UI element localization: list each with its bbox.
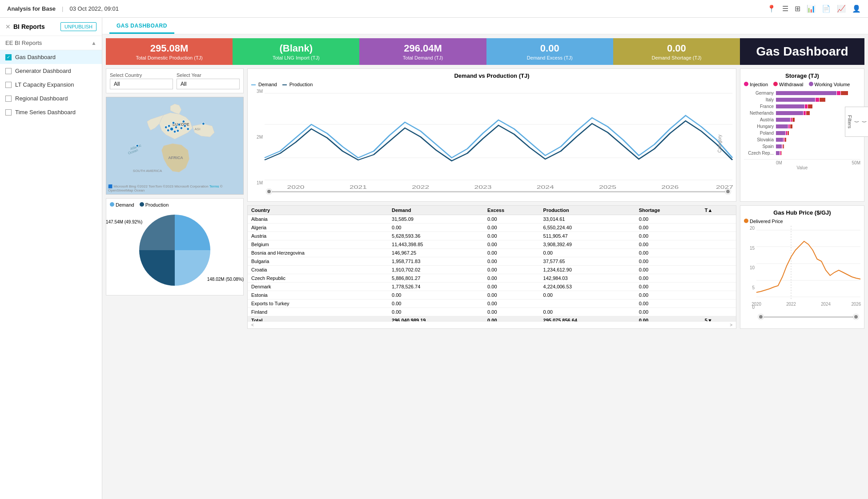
cell-production: 3,908,392.49 — [540, 240, 635, 249]
col-production[interactable]: Production — [540, 206, 635, 215]
kpi-demand-shortage: 0.00 Demand Shortage (TJ) — [613, 38, 740, 65]
col-excess[interactable]: Excess — [484, 206, 539, 215]
storage-bar-row: Germany — [746, 91, 860, 96]
regional-dashboard-checkbox[interactable] — [5, 96, 12, 102]
cell-demand: 146,967.25 — [388, 249, 484, 257]
cell-shortage: 0.00 — [635, 266, 701, 274]
sidebar-item-lt-capacity[interactable]: LT Capacity Expansion — [0, 78, 102, 92]
filters-side-panel[interactable]: ⟩ ⟩ Filters — [845, 107, 868, 137]
chart-icon[interactable]: 📊 — [807, 4, 816, 13]
hub-slider-track[interactable] — [764, 316, 853, 318]
map-container: Atlantic Ocean EUROPE ASI AFRICA SOUTH A… — [106, 97, 244, 195]
svg-text:2024: 2024 — [821, 302, 831, 307]
bar-country-label: Czech Rep... — [746, 151, 776, 156]
category-text: Category — [717, 135, 722, 153]
sidebar-item-generator-dashboard[interactable]: Generator Dashboard — [0, 64, 102, 78]
cell-demand: 0.00 — [388, 308, 484, 316]
cell-t — [701, 299, 736, 308]
y-axis: 3M 2M 1M — [251, 89, 265, 194]
location-icon[interactable]: 📍 — [767, 4, 776, 13]
bar-withdrawal — [808, 104, 812, 108]
kpi-shortage-value: 0.00 — [619, 43, 734, 54]
col-t[interactable]: T▲ — [701, 206, 736, 215]
bar-injection — [804, 111, 806, 115]
section-label: EE BI Reports — [5, 40, 42, 46]
slider-handle-left[interactable] — [266, 189, 272, 194]
bar-working — [776, 104, 804, 108]
list-icon[interactable]: ☰ — [782, 4, 788, 13]
col-country[interactable]: Country — [248, 206, 388, 215]
unpublish-button[interactable]: UNPUBLISH — [60, 22, 96, 31]
document-icon[interactable]: 📄 — [822, 4, 831, 13]
col-demand[interactable]: Demand — [388, 206, 484, 215]
cell-excess: 0.00 — [484, 266, 539, 274]
bar-injection — [816, 98, 819, 102]
chevron-up-icon[interactable]: ▲ — [91, 40, 96, 46]
hub-slider-left[interactable] — [758, 314, 764, 319]
cell-country: Austria — [248, 232, 388, 240]
kpi-excess-label: Demand Excess (TJ) — [493, 55, 607, 60]
sidebar-item-regional-dashboard[interactable]: Regional Dashboard — [0, 92, 102, 105]
time-series-checkbox[interactable] — [5, 109, 12, 116]
pie-wrapper: 147.54M (49.92%) 148.02M (50.08%) — [110, 210, 240, 291]
gas-dashboard-checkbox[interactable]: ✓ — [5, 54, 12, 60]
bar-country-label: Poland — [746, 131, 776, 136]
cell-demand: 0.00 — [388, 224, 484, 232]
cell-shortage: 0.00 — [635, 232, 701, 240]
working-dot — [809, 82, 813, 86]
scroll-left[interactable]: < — [251, 323, 254, 327]
kpi-domestic-label: Total Domestic Production (TJ) — [112, 55, 226, 60]
table-row: Austria 5,628,593.36 0.00 511,905.47 0.0… — [248, 232, 736, 240]
bar-withdrawal — [788, 131, 789, 135]
svg-text:2027: 2027 — [716, 185, 733, 190]
cell-country: Albania — [248, 215, 388, 224]
bar-segments — [776, 144, 860, 148]
hub-slider[interactable] — [756, 314, 860, 319]
sidebar-item-time-series[interactable]: Time Series Dashboard — [0, 105, 102, 119]
country-select[interactable]: All — [110, 79, 173, 89]
bar-segments — [776, 91, 860, 95]
year-select[interactable]: All — [177, 79, 240, 89]
total-demand: 296,040,989.19 — [388, 316, 484, 322]
lt-capacity-checkbox[interactable] — [5, 82, 12, 88]
cell-demand: 11,443,398.85 — [388, 240, 484, 249]
generator-dashboard-checkbox[interactable] — [5, 68, 12, 74]
cell-t — [701, 240, 736, 249]
legend-delivered: Delivered Price — [744, 219, 783, 224]
bar-segments — [776, 98, 860, 102]
bar-injection — [786, 131, 787, 135]
total-t: 5▼ — [701, 316, 736, 322]
demand-chart-card: Demand vs Production (TJ) Demand Product… — [247, 68, 736, 202]
col-shortage[interactable]: Shortage — [635, 206, 701, 215]
chevron-up-filters2: ⟩ — [854, 121, 860, 123]
cell-shortage: 0.00 — [635, 240, 701, 249]
storage-x-axis: 0M 50M — [744, 159, 860, 165]
filter-panel: Select Country All Select Year All — [106, 68, 244, 93]
svg-point-18 — [182, 120, 185, 123]
cell-excess: 0.00 — [484, 224, 539, 232]
main-content-row: Select Country All Select Year All — [106, 68, 864, 329]
kpi-excess-value: 0.00 — [493, 43, 607, 54]
svg-point-17 — [184, 124, 186, 127]
close-icon[interactable]: ✕ — [5, 23, 11, 30]
table-footer: Total 296,040,989.19 0.00 295,075,856.64… — [248, 316, 736, 322]
cell-shortage: 0.00 — [635, 299, 701, 308]
table-icon[interactable]: ⊞ — [795, 4, 800, 13]
slider-track[interactable] — [272, 191, 725, 192]
filter-row: Select Country All Select Year All — [110, 72, 240, 89]
tab-gas-dashboard[interactable]: GAS DASHBOARD — [109, 19, 174, 34]
hub-slider-right[interactable] — [853, 314, 859, 319]
table-scroll[interactable]: Country Demand Excess Production Shortag… — [248, 206, 736, 321]
bar-working — [776, 144, 782, 148]
scroll-right[interactable]: > — [730, 323, 732, 327]
bar-icon[interactable]: 📈 — [837, 4, 846, 13]
sidebar-item-gas-dashboard[interactable]: ✓ Gas Dashboard — [0, 50, 102, 64]
bar-working — [776, 151, 780, 155]
person-icon[interactable]: 👤 — [852, 4, 861, 13]
filters-side-label: Filters — [847, 115, 852, 128]
slider-handle-right[interactable] — [725, 189, 731, 194]
production-legend-line — [282, 84, 287, 85]
storage-bar-row: Italy — [746, 97, 860, 102]
table-row: Denmark 1,778,526.74 0.00 4,224,006.53 0… — [248, 283, 736, 291]
sidebar-section: EE BI Reports ▲ — [0, 36, 102, 50]
